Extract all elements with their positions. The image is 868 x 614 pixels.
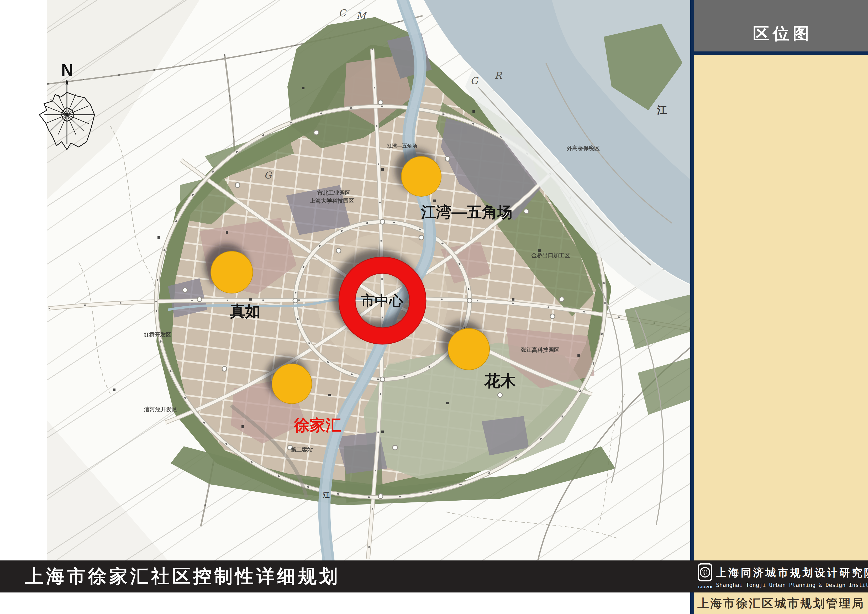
handwritten-g: G bbox=[264, 170, 273, 181]
label-caohejing: 漕河泾开发区 bbox=[144, 406, 177, 412]
label-jiangwan-wujiaochang: 江湾—五角场 bbox=[421, 203, 512, 220]
label-shibei: 市北工业园区 bbox=[317, 190, 350, 196]
label-shanghai-univ: 上海大学科技园区 bbox=[310, 198, 354, 204]
label-xujiahui: 徐家汇 bbox=[293, 416, 341, 434]
bureau-strip: 上海市徐汇区城市规划管理局 bbox=[694, 592, 868, 614]
jiangwan-marker bbox=[401, 157, 441, 196]
handwritten-m: M bbox=[356, 10, 367, 21]
handwritten-r: R bbox=[494, 70, 502, 81]
panel-header: 区位图 bbox=[694, 0, 868, 55]
label-huangpu: 江 bbox=[322, 491, 330, 499]
label-yangtze: 江 bbox=[657, 104, 667, 115]
tjupdi-logo: TJUPDI bbox=[698, 563, 712, 591]
slide: 市北工业园区 上海大学科技园区 外高桥保税区 金桥出口加工区 张江高科技园区 虹… bbox=[0, 0, 868, 614]
label-huamu: 花木 bbox=[484, 372, 516, 390]
panel-title: 区位图 bbox=[749, 23, 813, 51]
handwritten-c: C bbox=[339, 8, 347, 19]
label-jinqiao: 金桥出口加工区 bbox=[531, 252, 570, 258]
institute-name-cn: 上海同济城市规划设计研究院 bbox=[716, 566, 868, 580]
bureau-name: 上海市徐汇区城市规划管理局 bbox=[698, 595, 865, 611]
zhenru-marker bbox=[211, 251, 253, 293]
side-panel: 区位图 bbox=[690, 0, 868, 614]
north-label: N bbox=[61, 61, 73, 80]
label-hongqiao: 虹桥开发区 bbox=[144, 332, 171, 338]
xujiahui-marker bbox=[272, 364, 312, 404]
footer-bar: 上海市徐家汇社区控制性详细规划 TJUPDI 上海同济城市规划设计研究院 Sha… bbox=[0, 560, 868, 592]
logo-glyphs bbox=[703, 570, 707, 575]
plan-title: 上海市徐家汇社区控制性详细规划 bbox=[25, 560, 340, 592]
huamu-marker bbox=[448, 329, 490, 370]
institute-block: TJUPDI 上海同济城市规划设计研究院 Shanghai Tongji Urb… bbox=[698, 563, 868, 591]
label-waigaoqiao: 外高桥保税区 bbox=[566, 145, 600, 151]
handwritten-g: G bbox=[470, 75, 479, 86]
label-zhangjiang: 张江高科技园区 bbox=[521, 347, 560, 353]
label-jiangwan-small: 江湾—五角场 bbox=[387, 143, 417, 149]
label-shizhongxin: 市中心 bbox=[360, 293, 403, 309]
logo-text: TJUPDI bbox=[698, 585, 712, 589]
label-dierkezhan: 第二客站 bbox=[291, 447, 313, 453]
label-zhenru: 真如 bbox=[230, 302, 260, 319]
institute-name-en: Shanghai Tongji Urban Planning & Design … bbox=[716, 582, 868, 588]
